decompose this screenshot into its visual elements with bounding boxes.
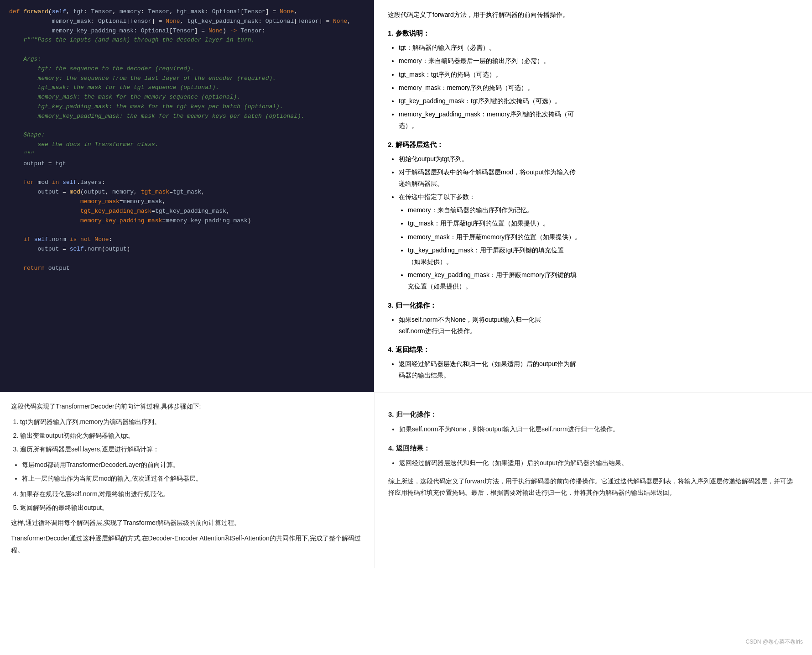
br-section-4-title: 4. 返回结果： — [388, 442, 798, 455]
bottom-ending: 这样,通过循环调用每个解码器层,实现了Transformer解码器层级的前向计算… — [11, 517, 363, 529]
section-2-title: 2. 解码器层迭代： — [388, 138, 798, 151]
section-2-list: 初始化output为tgt序列。 对于解码器层列表中的每个解码器层mod，将ou… — [388, 153, 798, 293]
bottom-footer: TransformerDecoder通过这种逐层解码的方式,在Decoder-E… — [11, 533, 363, 556]
list-item: 如果self.norm不为None，则将output输入归一化层self.nor… — [399, 314, 798, 337]
list-item: 在传递中指定了以下参数： — [399, 191, 798, 203]
list-item: 遍历所有解码器层self.layers,逐层进行解码计算： — [20, 444, 363, 456]
list-item: tgt_mask：tgt序列的掩码（可选）。 — [399, 69, 798, 80]
main-container: def forward(self, tgt: Tensor, memory: T… — [0, 0, 812, 568]
list-item: 如果存在规范化层self.norm,对最终输出进行规范化。 — [20, 488, 363, 500]
summary-paragraph: 综上所述，这段代码定义了forward方法，用于执行解码器的前向传播操作。它通过… — [388, 476, 798, 499]
list-item: 初始化output为tgt序列。 — [399, 153, 798, 165]
intro-text: 这段代码定义了forward方法，用于执行解码器的前向传播操作。 — [388, 9, 798, 21]
list-item: 如果self.norm不为None，则将output输入归一化层self.nor… — [399, 424, 798, 435]
list-item: memory_mask：memory序列的掩码（可选）。 — [399, 82, 798, 94]
list-item: 对于解码器层列表中的每个解码器层mod，将output作为输入传递给解码器层。 — [399, 167, 798, 189]
code-panel: def forward(self, tgt: Tensor, memory: T… — [0, 0, 374, 392]
bottom-intro: 这段代码实现了TransformerDecoder的前向计算过程,具体步骤如下: — [11, 401, 363, 413]
list-item: 返回经过解码器层迭代和归一化（如果适用）后的output作为解码器的输出结果。 — [399, 358, 798, 381]
list-item: memory_mask：用于屏蔽memory序列的位置（如果提供）。 — [408, 231, 798, 243]
list-item: memory_key_padding_mask：用于屏蔽memory序列键的填充… — [408, 269, 798, 292]
section-3: 3. 归一化操作： 如果self.norm不为None，则将output输入归一… — [388, 299, 798, 337]
br-section-3-list: 如果self.norm不为None，则将output输入归一化层self.nor… — [388, 424, 798, 435]
list-item: memory：来自编码器的输出序列作为记忆。 — [408, 204, 798, 216]
top-section: def forward(self, tgt: Tensor, memory: T… — [0, 0, 812, 392]
section-3-list: 如果self.norm不为None，则将output输入归一化层self.nor… — [388, 314, 798, 337]
br-section-4: 4. 返回结果： 返回经过解码器层迭代和归一化（如果适用）后的output作为解… — [388, 442, 798, 469]
right-explain-panel: 这段代码定义了forward方法，用于执行解码器的前向传播操作。 1. 参数说明… — [374, 0, 812, 392]
list-item: tgt_key_padding_mask：tgt序列键的批次掩码（可选）。 — [399, 95, 798, 107]
br-section-4-list: 返回经过解码器层迭代和归一化（如果适用）后的output作为解码器的输出结果。 — [388, 457, 798, 469]
code-block: def forward(self, tgt: Tensor, memory: T… — [9, 7, 365, 273]
bottom-bullets-list: 每层mod都调用TransformerDecoderLayer的前向计算。 将上… — [11, 459, 363, 485]
list-item: memory_key_padding_mask：memory序列键的批次掩码（可… — [399, 109, 798, 131]
section-4-list: 返回经过解码器层迭代和归一化（如果适用）后的output作为解码器的输出结果。 — [388, 358, 798, 381]
list-item: tgt为解码器输入序列,memory为编码器输出序列。 — [20, 416, 363, 428]
bottom-more-steps: 如果存在规范化层self.norm,对最终输出进行规范化。 返回解码器的最终输出… — [11, 488, 363, 514]
list-item: 返回经过解码器层迭代和归一化（如果适用）后的output作为解码器的输出结果。 — [399, 457, 798, 469]
br-section-3-title: 3. 归一化操作： — [388, 408, 798, 421]
list-item: 将上一层的输出作为当前层mod的输入,依次通过各个解码器层。 — [22, 473, 363, 485]
section-1-title: 1. 参数说明： — [388, 27, 798, 39]
list-item: 返回解码器的最终输出output。 — [20, 502, 363, 514]
list-item: 输出变量output初始化为解码器输入tgt。 — [20, 430, 363, 442]
bottom-right-panel: 3. 归一化操作： 如果self.norm不为None，则将output输入归一… — [374, 393, 812, 568]
list-item: tgt_key_padding_mask：用于屏蔽tgt序列键的填充位置（如果提… — [408, 245, 798, 267]
br-section-3: 3. 归一化操作： 如果self.norm不为None，则将output输入归一… — [388, 408, 798, 435]
section-2: 2. 解码器层迭代： 初始化output为tgt序列。 对于解码器层列表中的每个… — [388, 138, 798, 293]
list-item: tgt_mask：用于屏蔽tgt序列的位置（如果提供）。 — [408, 218, 798, 229]
section-1-list: tgt：解码器的输入序列（必需）。 memory：来自编码器最后一层的输出序列（… — [388, 42, 798, 131]
list-item: memory：来自编码器最后一层的输出序列（必需）。 — [399, 55, 798, 67]
bottom-left-panel: 这段代码实现了TransformerDecoder的前向计算过程,具体步骤如下:… — [0, 393, 374, 568]
section-4-title: 4. 返回结果： — [388, 343, 798, 356]
section-3-title: 3. 归一化操作： — [388, 299, 798, 311]
section-4: 4. 返回结果： 返回经过解码器层迭代和归一化（如果适用）后的output作为解… — [388, 343, 798, 381]
list-item: 每层mod都调用TransformerDecoderLayer的前向计算。 — [22, 459, 363, 471]
list-item: tgt：解码器的输入序列（必需）。 — [399, 42, 798, 53]
watermark: CSDN @卷心菜不卷Iris — [745, 638, 803, 646]
bottom-steps-list: tgt为解码器输入序列,memory为编码器输出序列。 输出变量output初始… — [11, 416, 363, 456]
bottom-section: 这段代码实现了TransformerDecoder的前向计算过程,具体步骤如下:… — [0, 392, 812, 568]
section-1: 1. 参数说明： tgt：解码器的输入序列（必需）。 memory：来自编码器最… — [388, 27, 798, 131]
